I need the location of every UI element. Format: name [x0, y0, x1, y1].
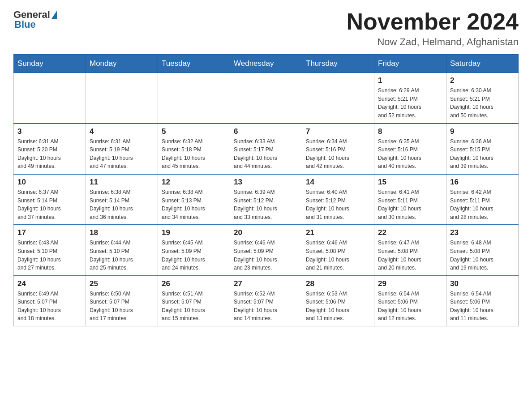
- calendar-cell: 1Sunrise: 6:29 AMSunset: 5:21 PMDaylight…: [374, 73, 446, 124]
- day-info: Sunrise: 6:34 AMSunset: 5:16 PMDaylight:…: [306, 137, 370, 171]
- month-title: November 2024: [347, 9, 519, 34]
- calendar-cell: 18Sunrise: 6:44 AMSunset: 5:10 PMDayligh…: [86, 225, 158, 275]
- day-number: 6: [234, 127, 298, 136]
- calendar-cell: 25Sunrise: 6:50 AMSunset: 5:07 PMDayligh…: [86, 276, 158, 326]
- day-number: 13: [234, 178, 298, 187]
- day-info: Sunrise: 6:45 AMSunset: 5:09 PMDaylight:…: [162, 239, 226, 272]
- day-number: 1: [378, 76, 442, 85]
- header-friday: Friday: [374, 55, 446, 73]
- day-info: Sunrise: 6:41 AMSunset: 5:11 PMDaylight:…: [378, 188, 442, 221]
- calendar-cell: 7Sunrise: 6:34 AMSunset: 5:16 PMDaylight…: [302, 124, 374, 174]
- day-info: Sunrise: 6:32 AMSunset: 5:18 PMDaylight:…: [162, 137, 226, 171]
- calendar-cell: 22Sunrise: 6:47 AMSunset: 5:08 PMDayligh…: [374, 225, 446, 275]
- day-number: 17: [17, 228, 82, 237]
- location-subtitle: Now Zad, Helmand, Afghanistan: [347, 36, 519, 48]
- calendar-cell: 23Sunrise: 6:48 AMSunset: 5:08 PMDayligh…: [446, 225, 519, 275]
- day-number: 4: [90, 127, 154, 136]
- logo-blue-text: Blue: [13, 19, 36, 30]
- day-info: Sunrise: 6:31 AMSunset: 5:19 PMDaylight:…: [90, 137, 154, 171]
- calendar-cell: 8Sunrise: 6:35 AMSunset: 5:16 PMDaylight…: [374, 124, 446, 174]
- day-info: Sunrise: 6:40 AMSunset: 5:12 PMDaylight:…: [306, 188, 370, 221]
- day-info: Sunrise: 6:53 AMSunset: 5:06 PMDaylight:…: [306, 290, 370, 323]
- calendar-cell: 5Sunrise: 6:32 AMSunset: 5:18 PMDaylight…: [158, 124, 230, 174]
- header-wednesday: Wednesday: [230, 55, 302, 73]
- day-info: Sunrise: 6:38 AMSunset: 5:14 PMDaylight:…: [90, 188, 154, 221]
- calendar-cell: 19Sunrise: 6:45 AMSunset: 5:09 PMDayligh…: [158, 225, 230, 275]
- day-number: 11: [90, 178, 154, 187]
- day-info: Sunrise: 6:47 AMSunset: 5:08 PMDaylight:…: [378, 239, 442, 272]
- calendar-week-row: 17Sunrise: 6:43 AMSunset: 5:10 PMDayligh…: [14, 225, 519, 275]
- day-info: Sunrise: 6:33 AMSunset: 5:17 PMDaylight:…: [234, 137, 298, 171]
- calendar-cell: 12Sunrise: 6:38 AMSunset: 5:13 PMDayligh…: [158, 174, 230, 225]
- header-monday: Monday: [86, 55, 158, 73]
- day-number: 26: [162, 279, 226, 288]
- calendar-week-row: 10Sunrise: 6:37 AMSunset: 5:14 PMDayligh…: [14, 174, 519, 225]
- day-number: 14: [306, 178, 370, 187]
- calendar-cell: 14Sunrise: 6:40 AMSunset: 5:12 PMDayligh…: [302, 174, 374, 225]
- day-number: 19: [162, 228, 226, 237]
- calendar-week-row: 1Sunrise: 6:29 AMSunset: 5:21 PMDaylight…: [14, 73, 519, 124]
- calendar-week-row: 3Sunrise: 6:31 AMSunset: 5:20 PMDaylight…: [14, 124, 519, 174]
- day-info: Sunrise: 6:54 AMSunset: 5:06 PMDaylight:…: [378, 290, 442, 323]
- day-info: Sunrise: 6:39 AMSunset: 5:12 PMDaylight:…: [234, 188, 298, 221]
- day-number: 25: [90, 279, 154, 288]
- day-number: 8: [378, 127, 442, 136]
- day-info: Sunrise: 6:46 AMSunset: 5:08 PMDaylight:…: [306, 239, 370, 272]
- calendar-cell: 21Sunrise: 6:46 AMSunset: 5:08 PMDayligh…: [302, 225, 374, 275]
- day-number: 12: [162, 178, 226, 187]
- day-info: Sunrise: 6:44 AMSunset: 5:10 PMDaylight:…: [90, 239, 154, 272]
- day-info: Sunrise: 6:54 AMSunset: 5:06 PMDaylight:…: [450, 290, 515, 323]
- day-info: Sunrise: 6:51 AMSunset: 5:07 PMDaylight:…: [162, 290, 226, 323]
- page-header: General Blue November 2024 Now Zad, Helm…: [13, 9, 519, 48]
- calendar-cell: 6Sunrise: 6:33 AMSunset: 5:17 PMDaylight…: [230, 124, 302, 174]
- day-info: Sunrise: 6:30 AMSunset: 5:21 PMDaylight:…: [450, 86, 515, 120]
- calendar-cell: 17Sunrise: 6:43 AMSunset: 5:10 PMDayligh…: [14, 225, 86, 275]
- day-number: 16: [450, 178, 515, 187]
- day-info: Sunrise: 6:38 AMSunset: 5:13 PMDaylight:…: [162, 188, 226, 221]
- calendar-cell: 11Sunrise: 6:38 AMSunset: 5:14 PMDayligh…: [86, 174, 158, 225]
- day-number: 3: [17, 127, 82, 136]
- title-block: November 2024 Now Zad, Helmand, Afghanis…: [347, 9, 519, 48]
- calendar-cell: 30Sunrise: 6:54 AMSunset: 5:06 PMDayligh…: [446, 276, 519, 326]
- calendar-cell: 2Sunrise: 6:30 AMSunset: 5:21 PMDaylight…: [446, 73, 519, 124]
- day-number: 7: [306, 127, 370, 136]
- day-info: Sunrise: 6:43 AMSunset: 5:10 PMDaylight:…: [17, 239, 82, 272]
- calendar-cell: 4Sunrise: 6:31 AMSunset: 5:19 PMDaylight…: [86, 124, 158, 174]
- day-number: 22: [378, 228, 442, 237]
- calendar-cell: 27Sunrise: 6:52 AMSunset: 5:07 PMDayligh…: [230, 276, 302, 326]
- day-number: 20: [234, 228, 298, 237]
- day-info: Sunrise: 6:46 AMSunset: 5:09 PMDaylight:…: [234, 239, 298, 272]
- day-number: 10: [17, 178, 82, 187]
- day-info: Sunrise: 6:31 AMSunset: 5:20 PMDaylight:…: [17, 137, 82, 171]
- calendar-cell: 3Sunrise: 6:31 AMSunset: 5:20 PMDaylight…: [14, 124, 86, 174]
- calendar-cell: 20Sunrise: 6:46 AMSunset: 5:09 PMDayligh…: [230, 225, 302, 275]
- calendar-cell: 26Sunrise: 6:51 AMSunset: 5:07 PMDayligh…: [158, 276, 230, 326]
- calendar-cell: 9Sunrise: 6:36 AMSunset: 5:15 PMDaylight…: [446, 124, 519, 174]
- header-tuesday: Tuesday: [158, 55, 230, 73]
- day-number: 23: [450, 228, 515, 237]
- day-info: Sunrise: 6:52 AMSunset: 5:07 PMDaylight:…: [234, 290, 298, 323]
- calendar-header-row: SundayMondayTuesdayWednesdayThursdayFrid…: [14, 55, 519, 73]
- calendar-cell: [302, 73, 374, 124]
- day-info: Sunrise: 6:37 AMSunset: 5:14 PMDaylight:…: [17, 188, 82, 221]
- calendar-cell: [158, 73, 230, 124]
- day-info: Sunrise: 6:48 AMSunset: 5:08 PMDaylight:…: [450, 239, 515, 272]
- day-number: 9: [450, 127, 515, 136]
- day-number: 30: [450, 279, 515, 288]
- calendar-cell: 13Sunrise: 6:39 AMSunset: 5:12 PMDayligh…: [230, 174, 302, 225]
- header-saturday: Saturday: [446, 55, 519, 73]
- calendar-cell: [86, 73, 158, 124]
- calendar-cell: 10Sunrise: 6:37 AMSunset: 5:14 PMDayligh…: [14, 174, 86, 225]
- day-info: Sunrise: 6:35 AMSunset: 5:16 PMDaylight:…: [378, 137, 442, 171]
- day-number: 5: [162, 127, 226, 136]
- day-info: Sunrise: 6:29 AMSunset: 5:21 PMDaylight:…: [378, 86, 442, 120]
- calendar-cell: 28Sunrise: 6:53 AMSunset: 5:06 PMDayligh…: [302, 276, 374, 326]
- day-info: Sunrise: 6:49 AMSunset: 5:07 PMDaylight:…: [17, 290, 82, 323]
- logo-triangle-icon: [51, 11, 57, 19]
- logo: General Blue: [13, 9, 57, 30]
- calendar-cell: 15Sunrise: 6:41 AMSunset: 5:11 PMDayligh…: [374, 174, 446, 225]
- calendar-cell: [14, 73, 86, 124]
- day-info: Sunrise: 6:42 AMSunset: 5:11 PMDaylight:…: [450, 188, 515, 221]
- day-number: 15: [378, 178, 442, 187]
- calendar-week-row: 24Sunrise: 6:49 AMSunset: 5:07 PMDayligh…: [14, 276, 519, 326]
